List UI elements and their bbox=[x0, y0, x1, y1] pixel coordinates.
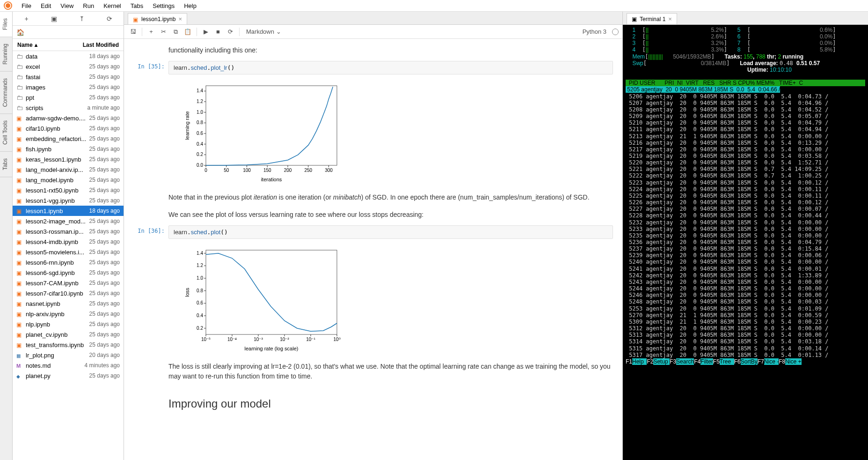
file-row[interactable]: lesson2-image_mod...25 days ago bbox=[13, 216, 124, 226]
nb-icon bbox=[16, 238, 23, 245]
new-folder-icon[interactable]: ▣ bbox=[51, 15, 58, 22]
file-row[interactable]: lang_model.ipynb25 days ago bbox=[13, 175, 124, 185]
input-prompt: In [36]: bbox=[133, 225, 168, 239]
cell-type-select[interactable]: Markdown⌄ bbox=[243, 27, 284, 36]
file-row[interactable]: lesson6-rnn.ipynb25 days ago bbox=[13, 257, 124, 267]
copy-icon[interactable]: ⧉ bbox=[170, 27, 181, 37]
file-name: lesson1-vgg.ipynb bbox=[26, 197, 75, 204]
file-row[interactable]: excel25 days ago bbox=[13, 61, 124, 72]
notebook-body[interactable]: functionality including this one: In [35… bbox=[124, 39, 622, 460]
file-row[interactable]: scriptsa minute ago bbox=[13, 103, 124, 113]
file-row[interactable]: lesson6-sgd.ipynb25 days ago bbox=[13, 267, 124, 278]
file-modified: 25 days ago bbox=[89, 177, 120, 183]
folder-icon bbox=[16, 53, 23, 59]
file-row[interactable]: nlp.ipynb25 days ago bbox=[13, 319, 124, 329]
file-name: planet_cv.ipynb bbox=[26, 331, 67, 338]
col-modified[interactable]: Last Modified bbox=[83, 42, 119, 48]
file-row[interactable]: planet.py25 days ago bbox=[13, 371, 124, 381]
code-cell[interactable]: learn.sched.plot_lr() bbox=[168, 61, 613, 74]
file-row[interactable]: lesson1-rxt50.ipynb25 days ago bbox=[13, 185, 124, 195]
file-modified: 25 days ago bbox=[89, 94, 120, 101]
folder-icon bbox=[16, 104, 23, 111]
nb-icon bbox=[16, 125, 23, 132]
file-row[interactable]: nasnet.ipynb25 days ago bbox=[13, 298, 124, 309]
file-row[interactable]: test_transforms.ipynb25 days ago bbox=[13, 340, 124, 350]
menu-file[interactable]: File bbox=[17, 1, 36, 11]
menu-edit[interactable]: Edit bbox=[36, 1, 56, 11]
save-icon[interactable]: 🖫 bbox=[128, 27, 138, 37]
menu-help[interactable]: Help bbox=[179, 1, 201, 11]
close-icon[interactable]: × bbox=[668, 15, 672, 22]
nb-icon bbox=[16, 187, 23, 193]
nb-icon bbox=[16, 321, 23, 327]
refresh-icon[interactable]: ⟳ bbox=[106, 15, 113, 22]
terminal-body[interactable]: 1 [|| 5.2%] 5 [ 0.6%] 2 [|| 2.6%] 6 [ 0.… bbox=[623, 25, 868, 460]
file-row[interactable]: lesson1-vgg.ipynb25 days ago bbox=[13, 195, 124, 206]
file-row[interactable]: lang_model-arxiv.ip...25 days ago bbox=[13, 164, 124, 175]
notebook-icon bbox=[133, 16, 139, 22]
menu-view[interactable]: View bbox=[56, 1, 78, 11]
home-icon[interactable]: 🏠 bbox=[16, 29, 24, 36]
file-row[interactable]: adamw-sgdw-demo....25 days ago bbox=[13, 113, 124, 123]
file-row[interactable]: notes.md4 minutes ago bbox=[13, 360, 124, 371]
menu-tabs[interactable]: Tabs bbox=[126, 1, 148, 11]
code-cell[interactable]: learn.sched.plot() bbox=[168, 225, 613, 239]
file-name: lesson2-image_mod... bbox=[26, 218, 86, 225]
menu-kernel[interactable]: Kernel bbox=[99, 1, 126, 11]
sidebar-tab-commands[interactable]: Commands bbox=[0, 72, 12, 114]
add-cell-icon[interactable]: + bbox=[146, 27, 156, 37]
file-name: adamw-sgdw-demo.... bbox=[26, 115, 86, 122]
file-row[interactable]: lesson4-imdb.ipynb25 days ago bbox=[13, 237, 124, 247]
menu-run[interactable]: Run bbox=[78, 1, 99, 11]
cut-icon[interactable]: ✂ bbox=[158, 27, 168, 37]
file-row[interactable]: lesson3-rossman.ip...25 days ago bbox=[13, 226, 124, 237]
file-name: embedding_refactori... bbox=[26, 135, 86, 142]
file-row[interactable]: ppt25 days ago bbox=[13, 92, 124, 103]
file-modified: 4 minutes ago bbox=[85, 362, 120, 369]
paste-icon[interactable]: 📋 bbox=[182, 27, 193, 37]
file-row[interactable]: lesson7-cifar10.ipynb25 days ago bbox=[13, 288, 124, 298]
nb-icon bbox=[16, 331, 23, 338]
file-row[interactable]: lesson5-movielens.i...25 days ago bbox=[13, 247, 124, 257]
file-name: excel bbox=[26, 63, 40, 70]
restart-icon[interactable]: ⟳ bbox=[225, 27, 235, 37]
file-list-header[interactable]: Name▴ Last Modified bbox=[13, 39, 124, 51]
file-modified: 25 days ago bbox=[89, 331, 120, 338]
sidebar-tab-files[interactable]: Files bbox=[0, 12, 12, 37]
file-row[interactable]: fastai25 days ago bbox=[13, 72, 124, 82]
file-name: lesson7-CAM.ipynb bbox=[26, 280, 79, 287]
col-name[interactable]: Name bbox=[17, 42, 33, 48]
kernel-name[interactable]: Python 3 bbox=[583, 28, 606, 35]
sidebar-tab-running[interactable]: Running bbox=[0, 37, 12, 72]
file-row[interactable]: images25 days ago bbox=[13, 82, 124, 92]
file-row[interactable]: lesson1.ipynb18 days ago bbox=[13, 206, 124, 216]
breadcrumb[interactable]: 🏠 bbox=[13, 26, 124, 39]
file-row[interactable]: lesson7-CAM.ipynb25 days ago bbox=[13, 278, 124, 288]
sidebar-tab-cell tools[interactable]: Cell Tools bbox=[0, 114, 12, 152]
svg-text:250: 250 bbox=[304, 168, 312, 173]
sidebar-tab-tabs[interactable]: Tabs bbox=[0, 152, 12, 177]
notebook-toolbar: 🖫 + ✂ ⧉ 📋 ▶ ■ ⟳ Markdown⌄ Python 3 bbox=[124, 25, 622, 39]
nb-icon bbox=[16, 156, 23, 163]
file-row[interactable]: nlp-arxiv.ipynb25 days ago bbox=[13, 309, 124, 319]
upload-icon[interactable]: ⤒ bbox=[78, 15, 86, 22]
file-row[interactable]: planet_cv.ipynb25 days ago bbox=[13, 329, 124, 340]
tab-lesson1[interactable]: lesson1.ipynb × bbox=[128, 13, 187, 24]
menu-settings[interactable]: Settings bbox=[148, 1, 179, 11]
close-icon[interactable]: × bbox=[178, 15, 182, 22]
stop-icon[interactable]: ■ bbox=[213, 27, 223, 37]
file-row[interactable]: lr_plot.png20 days ago bbox=[13, 350, 124, 360]
new-file-icon[interactable]: + bbox=[23, 15, 30, 22]
file-row[interactable]: fish.ipynb25 days ago bbox=[13, 144, 124, 154]
run-icon[interactable]: ▶ bbox=[201, 27, 211, 37]
tab-terminal[interactable]: ▣ Terminal 1 × bbox=[627, 13, 677, 24]
file-modified: 25 days ago bbox=[89, 280, 120, 286]
file-row[interactable]: keras_lesson1.ipynb25 days ago bbox=[13, 154, 124, 164]
file-row[interactable]: data18 days ago bbox=[13, 51, 124, 61]
svg-text:0.6: 0.6 bbox=[197, 300, 203, 305]
file-row[interactable]: cifar10.ipynb25 days ago bbox=[13, 123, 124, 134]
file-row[interactable]: embedding_refactori...25 days ago bbox=[13, 134, 124, 144]
svg-text:10⁻²: 10⁻² bbox=[280, 337, 289, 342]
svg-text:1.2: 1.2 bbox=[197, 99, 203, 104]
svg-text:10⁻⁴: 10⁻⁴ bbox=[227, 337, 237, 342]
